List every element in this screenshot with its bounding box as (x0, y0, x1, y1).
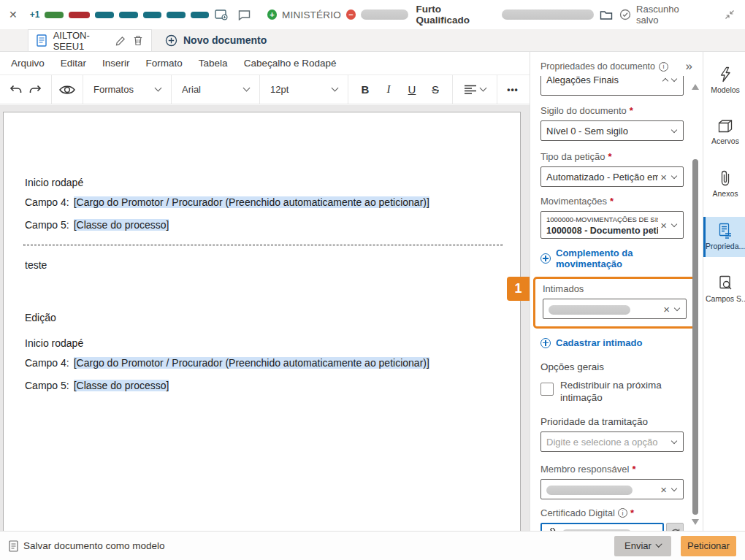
doc-line: Edição (25, 310, 503, 325)
redacted-value (549, 305, 630, 315)
section-break-divider (23, 244, 503, 246)
complemento-movimentacao-link[interactable]: Complemento da movimentação (540, 248, 684, 269)
menu-cabecalho-rodape[interactable]: Cabeçalho e Rodapé (237, 55, 343, 72)
opcoes-gerais-label: Opções gerais (540, 361, 684, 372)
rail-item-acervos[interactable]: Acervos (703, 113, 745, 152)
step-badge: 1 (507, 277, 530, 301)
folder-icon[interactable] (599, 7, 613, 22)
doc-line: Inicio rodapé (25, 175, 503, 190)
partial-field-wrapper: Alegações Finais (540, 76, 684, 96)
clear-icon[interactable]: × (660, 219, 667, 231)
chevron-down-icon[interactable] (671, 76, 677, 82)
status-pill-teal (191, 12, 210, 18)
chevron-down-icon[interactable] (671, 126, 677, 132)
clear-icon[interactable]: × (663, 303, 670, 315)
draft-status-label: Rascunho salvo (636, 4, 699, 26)
redo-icon[interactable] (26, 80, 45, 100)
chevron-down-icon[interactable] (671, 172, 677, 178)
intimados-select[interactable]: × (543, 299, 687, 319)
chevron-up-icon[interactable] (662, 77, 668, 83)
tipo-peticao-label: Tipo da petição* (540, 151, 684, 162)
bold-button[interactable]: B (354, 80, 376, 100)
comment-icon[interactable] (237, 7, 251, 22)
more-tools-button[interactable]: ••• (503, 80, 522, 100)
rename-pencil-icon[interactable] (115, 34, 127, 48)
menu-inserir[interactable]: Inserir (96, 55, 137, 72)
lightning-icon (718, 66, 733, 83)
rail-item-campos[interactable]: Campos S... (703, 269, 745, 310)
side-rail: Modelos Acervos Anexos Proprieda... Camp… (703, 52, 745, 531)
movimentacoes-select[interactable]: 1000000-MOVIMENTAÇÕES DE SISTE 1000008 -… (540, 211, 684, 239)
plus-circle-icon (540, 338, 551, 348)
doc-line: Inicio rodapé (25, 336, 503, 350)
chevron-down-icon[interactable] (671, 485, 677, 491)
document-name-field[interactable]: Alegações Finais (540, 76, 684, 96)
peticionar-button[interactable]: Peticionar (681, 536, 736, 556)
formatting-toolbar: Formatos Arial 12pt B I U S ••• (0, 75, 530, 104)
doc-line: Campo 5:[Classe do processo] (25, 378, 503, 393)
send-button[interactable]: Enviar (614, 536, 671, 556)
merge-field: [Classe do processo] (74, 380, 169, 391)
new-document-button[interactable]: Novo documento (152, 29, 278, 51)
sigilo-select[interactable]: Nível 0 - Sem sigilo (540, 120, 684, 141)
formats-dropdown[interactable]: Formatos (91, 84, 164, 95)
clear-icon[interactable]: × (660, 171, 667, 183)
menu-tabela[interactable]: Tabela (192, 55, 234, 72)
tab-active-document[interactable]: AILTON-SEEU1 (28, 29, 152, 51)
rail-item-anexos[interactable]: Anexos (703, 164, 745, 204)
prioridade-placeholder: Digite e selecione a opção (546, 437, 669, 448)
prioridade-label: Prioridade da tramitação (540, 416, 684, 427)
clear-icon[interactable]: × (660, 483, 667, 496)
save-as-template-button[interactable]: Salvar documento como modelo (9, 540, 165, 552)
merge-field: [Cargo do Promotor / Procurador (Preench… (74, 357, 429, 369)
menu-editar[interactable]: Editar (54, 55, 93, 72)
strikethrough-button[interactable]: S (424, 80, 446, 100)
document-icon (36, 34, 48, 48)
status-pill-teal (119, 12, 138, 18)
cadastrar-intimado-link[interactable]: Cadastrar intimado (540, 337, 684, 348)
info-icon: i (618, 508, 627, 518)
document-tabbar: AILTON-SEEU1 Novo documento (0, 29, 745, 52)
info-icon: i (659, 62, 668, 72)
document-search-icon (719, 275, 733, 291)
menu-arquivo[interactable]: Arquivo (4, 55, 51, 72)
status-pill-red (69, 12, 90, 18)
document-page[interactable]: Inicio rodapé Campo 4:[Cargo do Promotor… (3, 112, 521, 531)
properties-header: Propriedades do documento i » (530, 52, 703, 76)
doc-line: Campo 4:[Cargo do Promotor / Procurador … (25, 356, 503, 370)
font-family-dropdown[interactable]: Arial (179, 84, 252, 95)
membro-select[interactable]: × (540, 479, 684, 499)
chevron-down-icon[interactable] (674, 304, 680, 310)
panel-scrollbar[interactable] (692, 81, 699, 525)
scroll-up-arrow[interactable] (692, 84, 699, 90)
underline-button[interactable]: U (401, 80, 423, 100)
chevron-down-icon[interactable] (671, 437, 677, 443)
scrollbar-thumb[interactable] (692, 159, 698, 515)
preview-eye-icon[interactable] (58, 80, 77, 100)
prioridade-select[interactable]: Digite e selecione a opção (540, 431, 684, 452)
menu-formato[interactable]: Formato (140, 55, 189, 72)
tipo-peticao-select[interactable]: Automatizado - Petição em × (540, 166, 684, 187)
redistribuir-checkbox[interactable] (540, 383, 554, 396)
plus-circle-icon (164, 33, 178, 47)
chevron-down-icon[interactable] (671, 220, 677, 226)
browser-tab-icon[interactable] (214, 7, 228, 22)
delete-trash-icon[interactable] (131, 34, 144, 48)
rail-item-propriedades[interactable]: Proprieda... (703, 217, 745, 257)
close-icon[interactable]: ✕ (9, 9, 18, 20)
collapse-panel-icon[interactable]: » (686, 63, 692, 70)
font-size-dropdown[interactable]: 12pt (267, 84, 340, 95)
collapse-arrows-icon[interactable] (722, 7, 736, 22)
italic-button[interactable]: I (378, 80, 400, 100)
redistribuir-label: Redistribuir na próxima intimação (560, 379, 670, 404)
org-label: MINISTÉRIO (282, 9, 341, 20)
scroll-down-arrow[interactable] (692, 519, 699, 525)
rail-item-modelos[interactable]: Modelos (703, 61, 745, 101)
tab-document-title: AILTON-SEEU1 (53, 30, 110, 52)
new-document-label: Novo documento (183, 34, 267, 46)
undo-icon[interactable] (6, 80, 25, 100)
align-dropdown[interactable] (459, 80, 491, 100)
merge-field: [Cargo do Promotor / Procurador (Preench… (74, 196, 429, 208)
sigilo-label: Sigilo do documento* (540, 105, 684, 116)
document-properties-icon (718, 223, 733, 239)
